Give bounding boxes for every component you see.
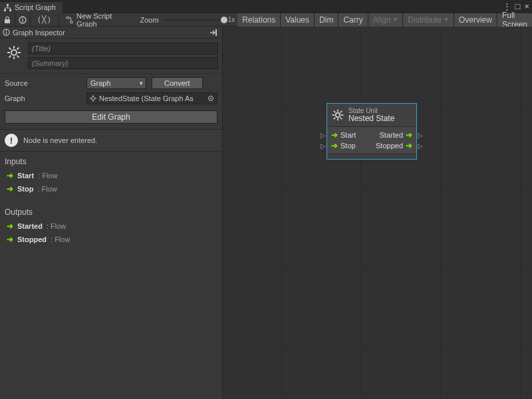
view-distribute[interactable]: Distribute▼ xyxy=(403,13,454,27)
flow-arrow-icon: ➜ xyxy=(406,130,412,140)
view-overview[interactable]: Overview xyxy=(454,13,497,27)
view-align[interactable]: Align▼ xyxy=(368,13,404,27)
node-title: Nested State xyxy=(348,114,394,123)
view-carry[interactable]: Carry xyxy=(338,13,368,27)
title-field[interactable]: (Title) xyxy=(28,43,218,55)
title-summary-block: (Title) (Summary) xyxy=(0,39,222,74)
svg-line-37 xyxy=(340,111,342,113)
source-row: Source Graph Convert xyxy=(0,74,222,92)
info-icon xyxy=(3,29,10,36)
node-port-row: ▷ ➜ Start Started ➜ ▷ xyxy=(330,130,414,140)
node-body: ▷ ➜ Start Started ➜ ▷ ▷ ➜ Stop xyxy=(327,127,416,154)
toolbar: ⟨╳⟩ New Script Graph Zoom 1x Relations V… xyxy=(0,13,532,27)
graph-asset-field[interactable]: NestedState (State Graph As xyxy=(86,92,217,104)
node-header[interactable]: State Unit Nested State xyxy=(327,104,416,127)
svg-rect-3 xyxy=(5,19,10,23)
collapse-button[interactable] xyxy=(209,28,219,37)
svg-rect-12 xyxy=(215,29,217,36)
source-dropdown[interactable]: Graph xyxy=(86,77,146,89)
warning-text: Node is never entered. xyxy=(23,136,97,144)
inputs-header: Inputs xyxy=(0,152,222,169)
view-relations[interactable]: Relations xyxy=(237,13,281,27)
view-values[interactable]: Values xyxy=(281,13,315,27)
tab-script-graph[interactable]: Script Graph xyxy=(0,1,63,13)
node-type-icon xyxy=(4,43,24,63)
canvas-grid xyxy=(223,27,532,399)
svg-line-19 xyxy=(17,56,19,58)
flow-arrow-icon: ➜ xyxy=(7,221,13,231)
flow-arrow-icon: ➜ xyxy=(406,141,412,150)
inspector-header: Graph Inspector xyxy=(0,27,222,39)
graph-inspector-panel: Graph Inspector (Title) (Summary) Source… xyxy=(0,27,223,399)
svg-rect-2 xyxy=(9,9,11,11)
graph-canvas[interactable]: State Unit Nested State ▷ ➜ Start Starte… xyxy=(223,27,532,399)
more-icon[interactable]: ⋮ xyxy=(503,1,511,11)
flow-out-port[interactable]: ▷ xyxy=(418,142,423,150)
asset-icon xyxy=(90,95,96,102)
flow-arrow-icon: ➜ xyxy=(7,184,13,194)
input-port-row: ➜ Start : Flow xyxy=(0,169,222,182)
new-graph-breadcrumb[interactable]: New Script Graph xyxy=(59,12,138,28)
output-port-row: ➜ Stopped : Flow xyxy=(0,233,222,246)
svg-line-21 xyxy=(17,48,19,50)
graph-row: Graph NestedState (State Graph As xyxy=(0,92,222,108)
svg-line-18 xyxy=(9,48,11,50)
tab-label: Script Graph xyxy=(15,3,56,11)
svg-rect-6 xyxy=(22,17,23,18)
flow-out-port[interactable]: ▷ xyxy=(418,132,423,139)
svg-rect-7 xyxy=(66,17,69,19)
flow-in-port[interactable]: ▷ xyxy=(321,132,326,139)
svg-rect-10 xyxy=(6,32,7,35)
svg-rect-1 xyxy=(4,9,6,11)
lock-button[interactable] xyxy=(0,14,15,26)
zoom-value: 1x xyxy=(228,16,235,23)
info-button[interactable] xyxy=(15,14,30,26)
view-toggles: Relations Values Dim Carry Align▼ Distri… xyxy=(237,13,532,27)
zoom-label: Zoom xyxy=(140,16,159,24)
svg-line-36 xyxy=(334,118,336,120)
flow-arrow-icon: ➜ xyxy=(331,130,338,140)
svg-rect-11 xyxy=(6,30,7,31)
node-port-row: ▷ ➜ Stop Stopped ➜ ▷ xyxy=(330,140,414,151)
inspector-title: Graph Inspector xyxy=(13,29,65,37)
maximize-icon[interactable]: □ xyxy=(515,1,521,11)
svg-line-34 xyxy=(334,111,336,113)
warning-row: ! Node is never entered. xyxy=(0,129,222,152)
main-split: Graph Inspector (Title) (Summary) Source… xyxy=(0,27,532,399)
close-icon[interactable]: × xyxy=(524,1,529,11)
code-button[interactable]: ⟨╳⟩ xyxy=(31,14,59,26)
input-port-row: ➜ Stop : Flow xyxy=(0,182,222,196)
source-label: Source xyxy=(5,79,81,87)
flow-arrow-icon: ➜ xyxy=(331,141,338,150)
svg-rect-5 xyxy=(22,19,23,22)
summary-field[interactable]: (Summary) xyxy=(28,57,218,69)
gear-icon xyxy=(331,108,344,122)
convert-button[interactable]: Convert xyxy=(152,77,203,89)
svg-point-13 xyxy=(11,50,17,55)
svg-line-20 xyxy=(9,56,11,58)
output-port-row: ➜ Started : Flow xyxy=(0,219,222,233)
object-picker-icon[interactable] xyxy=(207,95,214,102)
svg-rect-8 xyxy=(70,21,72,23)
svg-point-28 xyxy=(210,98,211,99)
outputs-header: Outputs xyxy=(0,202,222,219)
svg-point-22 xyxy=(92,97,95,100)
view-fullscreen[interactable]: Full Screen xyxy=(497,13,532,27)
edit-graph-button[interactable]: Edit Graph xyxy=(5,110,217,124)
svg-rect-0 xyxy=(7,4,9,6)
warning-icon: ! xyxy=(5,134,18,147)
breadcrumb-label: New Script Graph xyxy=(76,12,130,28)
view-dim[interactable]: Dim xyxy=(315,13,338,27)
svg-line-35 xyxy=(340,118,342,120)
zoom-slider[interactable] xyxy=(163,19,224,21)
svg-point-29 xyxy=(336,113,340,118)
flow-arrow-icon: ➜ xyxy=(7,235,13,244)
node-state-unit[interactable]: State Unit Nested State ▷ ➜ Start Starte… xyxy=(327,103,417,160)
flow-arrow-icon: ➜ xyxy=(7,171,13,180)
hierarchy-icon xyxy=(4,4,11,11)
node-footer xyxy=(327,154,416,159)
flow-in-port[interactable]: ▷ xyxy=(321,142,326,150)
graph-label: Graph xyxy=(5,94,81,102)
zoom-control: Zoom 1x xyxy=(138,16,238,24)
graph-icon xyxy=(66,16,73,24)
